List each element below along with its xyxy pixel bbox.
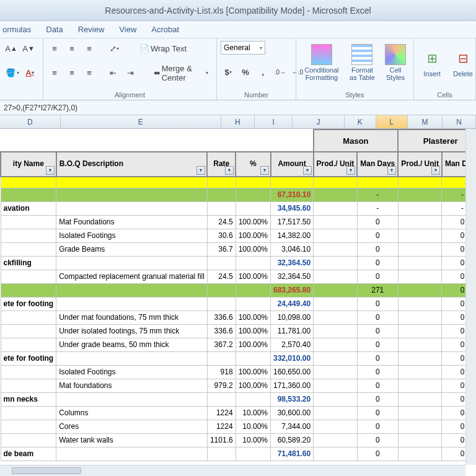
table-row[interactable]: Mat Foundations24.5100.00%17,517.5000 — [1, 215, 476, 229]
table-row[interactable]: Columns122410.00%30,600.0000 — [1, 406, 476, 420]
cell[interactable] — [1, 365, 56, 379]
cell[interactable]: 100.00% — [236, 338, 270, 351]
cell[interactable]: 100.00% — [236, 379, 270, 392]
cell[interactable]: 100.00% — [236, 229, 270, 242]
cell[interactable] — [236, 297, 270, 311]
cell[interactable] — [1, 270, 56, 283]
filter-icon[interactable]: ▾ — [431, 166, 440, 175]
cell[interactable]: 0 — [357, 433, 398, 447]
cell[interactable]: 67,310.10 — [271, 188, 314, 201]
cell[interactable]: 171,360.00 — [271, 379, 314, 392]
cell[interactable]: 0 — [357, 338, 398, 351]
cell[interactable]: 34,945.60 — [271, 201, 314, 215]
cell[interactable] — [398, 351, 442, 365]
cell[interactable]: 98,533.20 — [271, 392, 314, 406]
table-row[interactable]: Mat foundations979.2100.00%171,360.0000 — [1, 379, 476, 392]
cell[interactable]: 0 — [357, 420, 398, 433]
cell[interactable]: 0 — [357, 270, 398, 283]
cell[interactable]: ckfilling — [1, 256, 56, 270]
align-middle-button[interactable]: ≡ — [64, 41, 79, 56]
orientation-button[interactable]: ⤢▾ — [107, 41, 121, 56]
cell[interactable] — [314, 351, 358, 365]
format-table-button[interactable]: Format as Table — [346, 43, 379, 82]
cell[interactable]: 271 — [357, 283, 398, 297]
table-row[interactable]: ete for footing332,010.0000 — [1, 351, 476, 365]
col-d[interactable]: D — [0, 115, 61, 128]
table-row[interactable]: Isolated Footings30.6100.00%14,382.0000 — [1, 229, 476, 242]
decrease-font-button[interactable]: A▼ — [21, 41, 36, 56]
cell[interactable] — [314, 447, 358, 461]
cell[interactable] — [314, 379, 358, 392]
header-amount[interactable]: Amount▾ — [271, 152, 314, 177]
cell[interactable]: 0 — [357, 242, 398, 256]
cell[interactable] — [1, 406, 56, 420]
cell[interactable] — [398, 229, 442, 242]
cell[interactable] — [1, 311, 56, 324]
spreadsheet-grid[interactable]: D E H I J K L M N MasonPlasterer ity Nam… — [0, 115, 476, 476]
cell[interactable] — [207, 297, 236, 311]
cell[interactable]: 10.00% — [236, 406, 270, 420]
cell[interactable]: Under isolated footings, 75 mm thick — [56, 324, 208, 338]
cell[interactable]: 1101.6 — [207, 433, 236, 447]
cell[interactable] — [398, 447, 442, 461]
cell[interactable]: avation — [1, 201, 56, 215]
cell[interactable]: 0 — [357, 351, 398, 365]
cell[interactable]: Grade Beams — [56, 242, 208, 256]
cell[interactable] — [398, 256, 442, 270]
cell[interactable]: 100.00% — [236, 324, 270, 338]
cell[interactable]: 0 — [357, 297, 398, 311]
table-row[interactable]: Under isolated footings, 75 mm thick336.… — [1, 324, 476, 338]
percent-button[interactable]: % — [238, 65, 253, 80]
cell[interactable] — [314, 270, 358, 283]
horizontal-scrollbar[interactable] — [0, 465, 465, 476]
conditional-formatting-button[interactable]: Conditional Formatting — [300, 43, 343, 82]
cell[interactable] — [314, 242, 358, 256]
cell[interactable]: 30.6 — [207, 229, 236, 242]
cell[interactable]: 0 — [357, 365, 398, 379]
cell[interactable] — [236, 188, 270, 201]
cell[interactable]: Under mat foundations, 75 mm thick — [56, 311, 208, 324]
table-row[interactable]: ete for footing24,449.4000 — [1, 297, 476, 311]
data-table[interactable]: MasonPlasterer ity Name▾ B.O.Q Descripti… — [0, 129, 476, 461]
cell[interactable]: de beam — [1, 447, 56, 461]
cell[interactable]: 100.00% — [236, 311, 270, 324]
cell[interactable] — [314, 229, 358, 242]
cell[interactable]: 1224 — [207, 420, 236, 433]
cell[interactable] — [398, 406, 442, 420]
col-h[interactable]: H — [221, 115, 255, 128]
col-l[interactable]: L — [376, 115, 408, 128]
cell[interactable] — [56, 351, 208, 365]
table-row[interactable]: Under grade beams, 50 mm thick367.2100.0… — [1, 338, 476, 351]
cell[interactable]: - — [357, 188, 398, 201]
table-row[interactable]: Cores122410.00%7,344.0000 — [1, 420, 476, 433]
cell[interactable] — [56, 188, 208, 201]
cell[interactable]: Isolated Footings — [56, 229, 208, 242]
cell[interactable]: 336.6 — [207, 311, 236, 324]
table-row[interactable]: de beam71,481.6000 — [1, 447, 476, 461]
cell[interactable]: 11,781.00 — [271, 324, 314, 338]
filter-icon[interactable]: ▾ — [46, 166, 55, 175]
col-k[interactable]: K — [345, 115, 376, 128]
menu-data[interactable]: Data — [46, 25, 63, 34]
cell[interactable]: 100.00% — [236, 270, 270, 283]
cell[interactable] — [56, 447, 208, 461]
header-prod-mason[interactable]: Prod./ Unit▾ — [314, 152, 358, 177]
increase-indent-button[interactable]: ⇥ — [123, 66, 138, 81]
cell[interactable]: 0 — [357, 447, 398, 461]
cell[interactable]: Mat Foundations — [56, 215, 208, 229]
cell[interactable] — [314, 283, 358, 297]
cell[interactable]: 332,010.00 — [271, 351, 314, 365]
vertical-scrollbar[interactable] — [465, 129, 476, 465]
cell[interactable]: 979.2 — [207, 379, 236, 392]
cell[interactable] — [56, 283, 208, 297]
fill-color-button[interactable]: 🪣▾ — [4, 66, 20, 81]
cell[interactable] — [398, 324, 442, 338]
filter-icon[interactable]: ▾ — [303, 166, 312, 175]
cell[interactable]: 71,481.60 — [271, 447, 314, 461]
cell[interactable] — [398, 392, 442, 406]
cell[interactable] — [56, 256, 208, 270]
header-activity[interactable]: ity Name▾ — [1, 152, 56, 177]
cell[interactable]: Cores — [56, 420, 208, 433]
cell[interactable]: 32,364.50 — [271, 270, 314, 283]
cell[interactable]: 14,382.00 — [271, 229, 314, 242]
